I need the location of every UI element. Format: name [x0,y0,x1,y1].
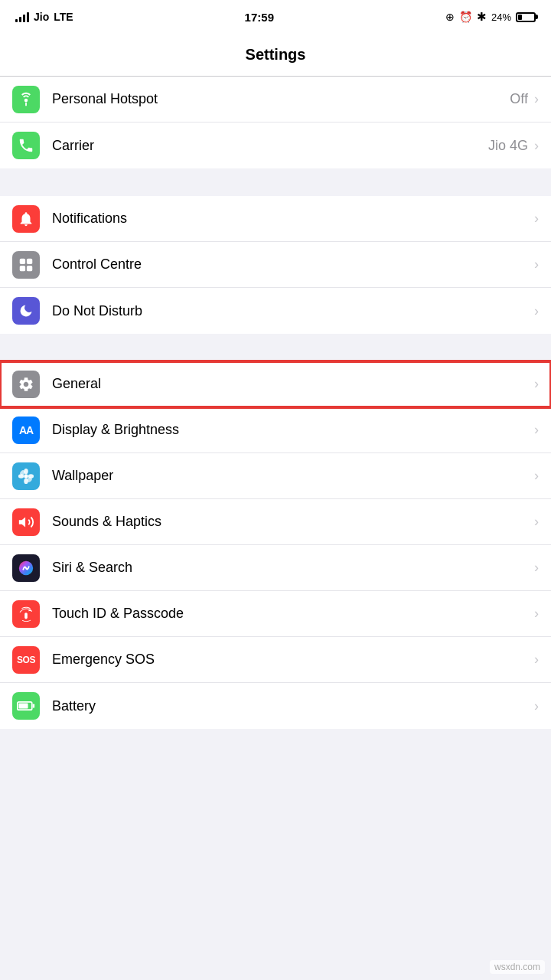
status-left: Jio LTE [15,11,73,23]
personal-hotspot-icon [12,86,40,113]
touch-id-passcode-chevron: › [534,606,539,622]
wallpaper-label: Wallpaper [52,468,534,484]
svg-rect-16 [33,704,35,707]
settings-group-group1: Personal HotspotOff› CarrierJio 4G› [0,77,551,168]
svg-marker-12 [19,517,25,527]
svg-point-5 [24,474,28,479]
status-time: 17:59 [245,11,274,24]
svg-rect-2 [27,258,32,263]
svg-rect-4 [27,265,32,270]
notifications-label: Notifications [52,211,534,227]
settings-row-touch-id-passcode[interactable]: Touch ID & Passcode› [0,591,551,637]
control-centre-icon [12,251,40,279]
do-not-disturb-chevron: › [534,303,539,319]
svg-rect-1 [20,258,25,263]
display-brightness-icon: AA [12,416,40,444]
settings-row-emergency-sos[interactable]: SOSEmergency SOS› [0,637,551,683]
settings-row-notifications[interactable]: Notifications› [0,196,551,242]
page-title: Settings [246,46,306,64]
personal-hotspot-label: Personal Hotspot [52,91,510,107]
settings-row-wallpaper[interactable]: Wallpaper› [0,453,551,499]
emergency-sos-label: Emergency SOS [52,652,534,668]
display-brightness-chevron: › [534,422,539,438]
section-gap-1 [0,168,551,196]
control-centre-label: Control Centre [52,256,534,273]
signal-icon [15,11,29,22]
status-bar: Jio LTE 17:59 ⊕ ⏰ ✱ 24% [0,0,551,34]
settings-row-battery[interactable]: Battery› [0,683,551,729]
general-icon [12,371,40,398]
control-centre-chevron: › [534,256,539,273]
settings-row-personal-hotspot[interactable]: Personal HotspotOff› [0,77,551,122]
touch-id-passcode-label: Touch ID & Passcode [52,606,534,622]
settings-group-group3: General›AADisplay & Brightness› Wallpape… [0,361,551,729]
svg-rect-15 [19,704,28,709]
battery-label: Battery [52,698,534,714]
carrier-label: Jio [34,11,49,23]
settings-group-group2: Notifications› Control Centre› Do Not Di… [0,196,551,334]
status-right: ⊕ ⏰ ✱ 24% [445,10,536,24]
settings-row-control-centre[interactable]: Control Centre› [0,242,551,288]
siri-search-icon [12,554,40,582]
carrier-chevron: › [534,138,539,154]
carrier-value: Jio 4G [488,138,528,154]
emergency-sos-icon: SOS [12,646,40,674]
wallpaper-chevron: › [534,468,539,484]
section-gap-2 [0,334,551,361]
svg-rect-3 [20,265,25,270]
battery-percent: 24% [491,11,511,23]
settings-row-siri-search[interactable]: Siri & Search› [0,545,551,591]
watermark: wsxdn.com [490,960,545,974]
general-chevron: › [534,376,539,392]
notifications-chevron: › [534,211,539,227]
network-type: LTE [54,11,73,23]
settings-row-display-brightness[interactable]: AADisplay & Brightness› [0,407,551,453]
battery-icon [516,12,536,22]
battery-icon [12,692,40,720]
sounds-haptics-label: Sounds & Haptics [52,514,534,530]
general-label: General [52,376,534,392]
location-icon: ⊕ [445,11,455,23]
siri-search-chevron: › [534,560,539,576]
touch-id-passcode-icon [12,600,40,628]
settings-row-general[interactable]: General› [0,361,551,407]
emergency-sos-chevron: › [534,652,539,668]
nav-bar: Settings [0,34,551,77]
carrier-icon [12,132,40,159]
wallpaper-icon [12,462,40,490]
personal-hotspot-value: Off [510,91,528,107]
carrier-label: Carrier [52,138,488,154]
siri-search-label: Siri & Search [52,560,534,576]
sounds-haptics-chevron: › [534,514,539,530]
settings-content: Personal HotspotOff› CarrierJio 4G› Noti… [0,77,551,729]
sounds-haptics-icon [12,508,40,536]
battery-chevron: › [534,698,539,714]
notifications-icon [12,205,40,233]
settings-row-carrier[interactable]: CarrierJio 4G› [0,122,551,168]
svg-point-0 [24,98,28,102]
alarm-icon: ⏰ [459,11,472,23]
do-not-disturb-label: Do Not Disturb [52,303,534,319]
settings-row-do-not-disturb[interactable]: Do Not Disturb› [0,288,551,334]
settings-row-sounds-haptics[interactable]: Sounds & Haptics› [0,499,551,545]
personal-hotspot-chevron: › [534,91,539,107]
display-brightness-label: Display & Brightness [52,422,534,438]
bluetooth-icon: ✱ [477,10,487,24]
do-not-disturb-icon [12,297,40,325]
